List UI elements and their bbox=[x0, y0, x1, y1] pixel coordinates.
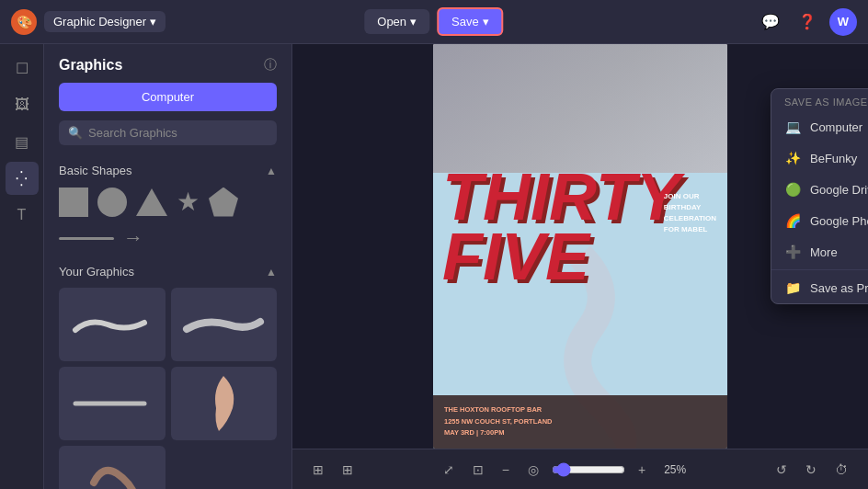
panel-header: Graphics ⓘ bbox=[44, 44, 291, 83]
main-area: ☐ 🖼 ▤ ⁛ T Graphics ⓘ Computer 🔍 Basic Sh… bbox=[0, 44, 868, 489]
save-more-item-left: ➕ More bbox=[784, 244, 838, 260]
sidebar-elements-button[interactable]: ⁛ bbox=[6, 162, 39, 195]
save-computer-item-left: 💻 Computer bbox=[784, 119, 862, 135]
save-gdrive-item[interactable]: 🟢 Google Drive bbox=[771, 174, 868, 205]
sidebar-media-button[interactable]: 🖼 bbox=[6, 88, 39, 121]
sidebar-text-button[interactable]: T bbox=[6, 199, 39, 232]
graphics-panel: Graphics ⓘ Computer 🔍 Basic Shapes ▲ ★ →… bbox=[44, 44, 292, 489]
save-gphotos-label: Google Photos bbox=[810, 214, 868, 228]
graphic-thumb-4[interactable] bbox=[171, 367, 278, 440]
topbar: 🎨 Graphic Designer ▾ Open ▾ Save ▾ 💬 ❓ W bbox=[0, 0, 868, 44]
open-button[interactable]: Open ▾ bbox=[364, 9, 429, 34]
gdrive-icon: 🟢 bbox=[784, 181, 801, 198]
graphics-grid bbox=[44, 284, 291, 489]
save-computer-label: Computer bbox=[810, 120, 862, 134]
topbar-center: Open ▾ Save ▾ bbox=[364, 7, 503, 36]
help-icon-button[interactable]: ❓ bbox=[793, 7, 822, 37]
sidebar-layers-button[interactable]: ▤ bbox=[6, 125, 39, 158]
save-befunky-item-left: ✨ BeFunky bbox=[784, 150, 857, 166]
save-computer-item[interactable]: 💻 Computer ⌘ S bbox=[771, 111, 868, 142]
shape-star[interactable]: ★ bbox=[177, 187, 200, 217]
logo-icon: 🎨 bbox=[11, 9, 37, 35]
panel-title: Graphics bbox=[59, 57, 122, 74]
info-icon[interactable]: ⓘ bbox=[264, 57, 277, 74]
graphic-thumb-1[interactable] bbox=[59, 288, 166, 361]
save-project-item-left: 📁 Save as Project bbox=[784, 279, 868, 296]
save-befunky-item[interactable]: ✨ BeFunky bbox=[771, 142, 868, 174]
avatar[interactable]: W bbox=[829, 8, 857, 36]
graphic-thumb-3[interactable] bbox=[59, 367, 166, 440]
graphic-thumb-2[interactable] bbox=[171, 288, 278, 361]
dropdown-divider bbox=[771, 269, 868, 270]
app-name-label: Graphic Designer bbox=[53, 15, 146, 28]
your-graphics-chevron-icon[interactable]: ▲ bbox=[266, 266, 277, 279]
shape-pentagon[interactable] bbox=[209, 188, 238, 217]
icon-sidebar: ☐ 🖼 ▤ ⁛ T bbox=[0, 44, 44, 489]
save-gdrive-label: Google Drive bbox=[810, 183, 868, 197]
sidebar-shapes-button[interactable]: ☐ bbox=[6, 51, 39, 85]
save-dropdown-menu: Save as Image 💻 Computer ⌘ S ✨ BeFunky bbox=[771, 88, 868, 304]
save-gphotos-item-left: 🌈 Google Photos bbox=[784, 212, 868, 229]
topbar-right: 💬 ❓ W bbox=[756, 7, 857, 37]
save-chevron-icon: ▾ bbox=[483, 15, 489, 28]
shape-arrow[interactable]: → bbox=[123, 226, 143, 250]
computer-button[interactable]: Computer bbox=[59, 83, 277, 111]
open-label: Open bbox=[377, 15, 406, 28]
shape-triangle[interactable] bbox=[136, 188, 167, 216]
save-gphotos-item[interactable]: 🌈 Google Photos bbox=[771, 205, 868, 236]
search-input[interactable] bbox=[88, 126, 268, 140]
shapes-grid: ★ → bbox=[44, 183, 291, 257]
folder-icon: 📁 bbox=[784, 279, 801, 296]
open-chevron-icon: ▾ bbox=[410, 15, 417, 28]
save-button[interactable]: Save ▾ bbox=[437, 7, 504, 36]
computer-icon: 💻 bbox=[784, 119, 801, 135]
canvas-area: THIRTY FIVE JOIN OUR BIRTHDAY CELEBRATIO… bbox=[292, 44, 868, 489]
your-graphics-section-header: Your Graphics ▲ bbox=[44, 257, 291, 284]
basic-shapes-chevron-icon[interactable]: ▲ bbox=[266, 165, 277, 177]
save-project-label: Save as Project bbox=[810, 281, 868, 295]
search-icon: 🔍 bbox=[68, 126, 83, 140]
shape-line[interactable] bbox=[59, 237, 114, 240]
dropdown-overlay: Save as Image 💻 Computer ⌘ S ✨ BeFunky bbox=[292, 88, 868, 489]
save-project-item[interactable]: 📁 Save as Project ⌘ ⇧ S bbox=[771, 272, 868, 303]
app-name-button[interactable]: Graphic Designer ▾ bbox=[44, 11, 166, 32]
graphic-thumb-5[interactable] bbox=[59, 446, 166, 489]
your-graphics-label: Your Graphics bbox=[59, 265, 134, 279]
save-gdrive-item-left: 🟢 Google Drive bbox=[784, 181, 868, 198]
save-befunky-label: BeFunky bbox=[810, 152, 857, 165]
shape-circle[interactable] bbox=[97, 188, 127, 217]
save-more-item[interactable]: ➕ More ▶ bbox=[771, 236, 868, 267]
chat-icon-button[interactable]: 💬 bbox=[756, 7, 785, 37]
shape-square[interactable] bbox=[59, 188, 88, 217]
gphotos-icon: 🌈 bbox=[784, 212, 801, 229]
search-bar: 🔍 bbox=[59, 120, 277, 145]
basic-shapes-label: Basic Shapes bbox=[59, 164, 132, 177]
chevron-down-icon: ▾ bbox=[150, 15, 156, 28]
plus-icon: ➕ bbox=[784, 244, 801, 260]
befunky-icon: ✨ bbox=[784, 150, 801, 166]
save-more-label: More bbox=[810, 245, 838, 259]
save-label: Save bbox=[451, 15, 479, 28]
basic-shapes-section-header: Basic Shapes ▲ bbox=[44, 156, 291, 183]
dropdown-section-title: Save as Image bbox=[771, 89, 868, 111]
